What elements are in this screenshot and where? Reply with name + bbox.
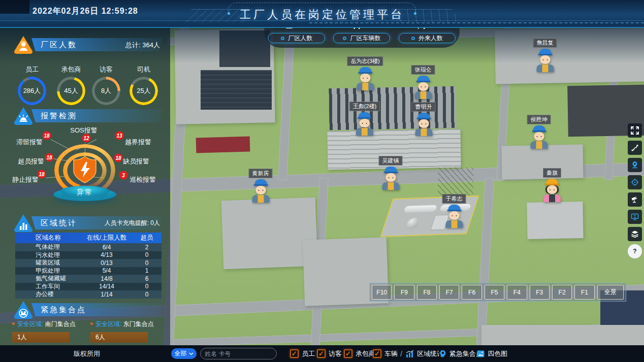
worker-avatar [356,112,373,136]
header: 2022年02月26日 12:59:28 工厂人员在岗定位管理平台 [0,0,644,28]
alarm-count-badge: 3 [119,171,128,180]
alarm-count-badge: 18 [38,170,46,179]
locate-pin-button[interactable] [628,158,642,172]
table-row[interactable]: 氨气储藏罐 14/8 6 [15,275,162,283]
table-row[interactable]: 甲烷处理 5/4 1 [15,267,162,275]
checkbox-contractors[interactable]: ✓承包商 [344,345,375,362]
person-marker[interactable]: 黄新房 [249,169,273,203]
siren-triangle-icon [13,107,34,125]
person-marker[interactable]: 詹昌复 [533,38,557,72]
worker-avatar [543,179,561,202]
header-dash-decor [309,22,644,23]
map-equipment [219,30,270,67]
ring-contractors: 承包商 45人 [53,65,89,105]
checkbox-icon: ✓ [317,349,326,358]
map-tank-sphere [405,218,421,229]
legend-assembly-points[interactable]: 紧急集合点 [439,345,482,362]
separator: / [433,345,435,362]
chevron-down-icon [189,352,194,355]
svg-text:?: ? [633,248,636,255]
table-row[interactable]: 工作车间 14/14 0 [15,283,162,291]
assembly-point-south: 安全区域: 南门集合点 1人 [12,320,78,343]
copyright-text: 版权所用 [74,345,100,362]
checkbox-employees[interactable]: ✓员工 [290,345,315,362]
person-marker[interactable]: 秦旗 [543,168,561,202]
bar-chart-icon [406,350,414,357]
ring-employees: 员工 286人 [14,65,50,105]
person-marker[interactable]: 张琨仑 [411,65,435,99]
legend-four-color-map[interactable]: 四色图 [477,345,507,362]
person-marker[interactable]: 岳为志(3楼) [347,56,383,90]
worker-avatar [414,76,432,99]
alarm-item-label: 巡检报警 [130,175,156,184]
table-row[interactable]: 污水处理 4/13 0 [15,251,162,259]
checkbox-vehicles[interactable]: ✓车辆 [373,345,398,362]
page-title: 工厂人员在岗定位管理平台 [240,7,404,22]
floor-button-f8[interactable]: F8 [417,285,437,300]
person-marker[interactable]: 于希志 [442,194,466,228]
map-tank [403,205,437,213]
dot-icon [281,37,284,40]
dot-icon [343,37,346,40]
table-row[interactable]: 办公楼 1/14 0 [15,290,162,299]
person-marker[interactable]: 曹明升 [412,102,436,136]
floor-button-f4[interactable]: F4 [507,285,527,300]
map-building [527,202,583,239]
table-row[interactable]: 气体处理 6/4 2 [15,243,162,251]
person-marker[interactable]: 王彪(2楼) [349,102,380,136]
checkbox-visitors[interactable]: ✓访客 [317,345,342,362]
assembly-count-bar: 1人 [12,332,70,343]
target-center-button[interactable] [628,175,642,189]
floor-button-f9[interactable]: F9 [394,285,414,300]
floor-button-f5[interactable]: F5 [485,285,504,300]
factory-positioning-platform: 火星科技 2022年02月26日 12:59:28 工厂人员在岗定位管理平台 厂… [0,0,644,362]
checkbox-icon: ✓ [344,349,352,358]
area-stats-table: 区域名称 在线/上限人数 超员 气体处理 6/4 2 污水处理 4/13 0 罐… [15,233,162,299]
person-marker[interactable]: 吴建镇 [379,156,403,190]
alarm-center-label: 异常 [77,188,93,197]
alarm-item-label: 缺员报警 [123,157,149,166]
stat-label-pill[interactable]: 外来人数 [399,33,456,43]
cctv-camera-button[interactable] [628,192,642,207]
table-row[interactable]: 罐装区域 0/13 0 [15,259,162,267]
worker-avatar [536,49,554,72]
alarm-item-label: SOS报警 [70,126,97,135]
search-input[interactable] [201,348,277,359]
floor-button-f10[interactable]: F10 [372,285,392,300]
worker-avatar [252,179,269,203]
route-track-button[interactable] [628,141,642,155]
monitor-person-button[interactable] [628,210,642,224]
alarm-item-label: 超员报警 [18,157,44,166]
legend-area-stats[interactable]: 区域统计 [406,345,443,362]
layers-button[interactable] [628,227,642,241]
filter-all-dropdown[interactable]: 全部 [171,348,197,359]
alarm-count-badge: 18 [45,153,54,162]
assembly-count-bar: 6人 [90,332,148,343]
panel-title: 区域统计 [41,218,77,228]
floor-button-panorama[interactable]: 全景 [597,285,624,300]
total-count: 总计: 364人 [125,41,160,50]
floor-button-f3[interactable]: F3 [530,285,550,300]
floor-button-f2[interactable]: F2 [552,285,572,300]
map-equipment-racks [329,86,456,130]
alarm-count-badge: 18 [43,131,51,140]
help-button[interactable]: ? [628,244,642,258]
map-equipment [201,70,272,110]
map-building-pad [501,145,583,180]
person-marker[interactable]: 侯胜坤 [527,115,551,149]
panel-factory-count: 厂区人数 总计: 364人 员工 286人 承包商 45人 访客 8人 司机 [0,36,170,107]
floor-button-f7[interactable]: F7 [439,285,459,300]
fullscreen-button[interactable] [628,123,642,138]
map-toolbar: ? [628,123,642,258]
map-pin-icon [439,350,446,358]
stat-label-pill[interactable]: 厂区车辆数 [333,33,390,43]
map-building-red [196,137,250,153]
stat-label-pill[interactable]: 厂区人数 [268,33,325,43]
floor-button-f6[interactable]: F6 [462,285,481,300]
panel-alarm-detect: 报警检测 SOS报警 12 滞留报警 18 越界报警 13 超员报警 18 缺员… [0,107,170,211]
alarm-count-badge: 13 [115,131,124,140]
header-corner-decor [0,0,29,14]
ring-drivers: 司机 25人 [126,65,162,105]
checkbox-icon: ✓ [290,349,299,358]
floor-button-f1[interactable]: F1 [574,285,594,300]
